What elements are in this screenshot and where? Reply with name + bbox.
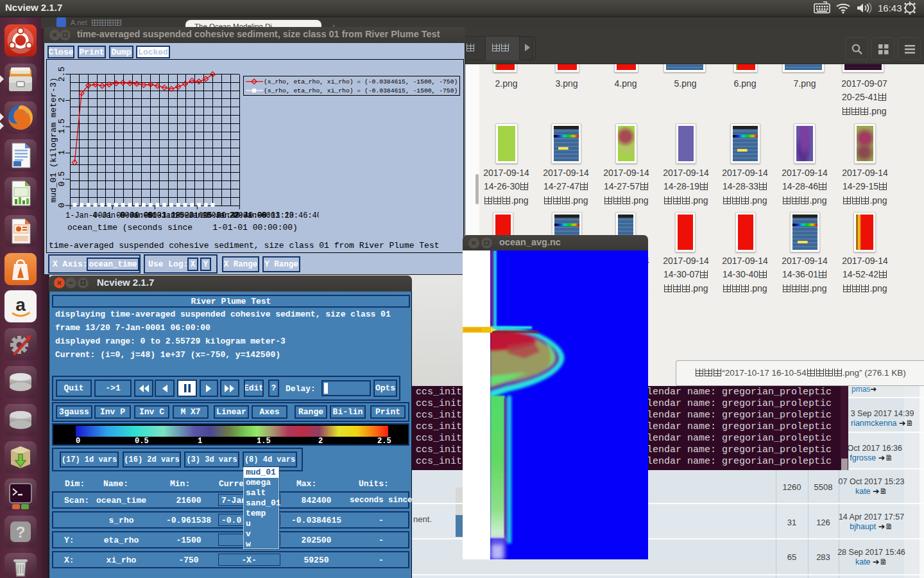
svg-text:a: a bbox=[15, 295, 26, 315]
svg-text:16:43: 16:43 bbox=[878, 3, 902, 13]
svg-text:?: ? bbox=[16, 523, 26, 541]
